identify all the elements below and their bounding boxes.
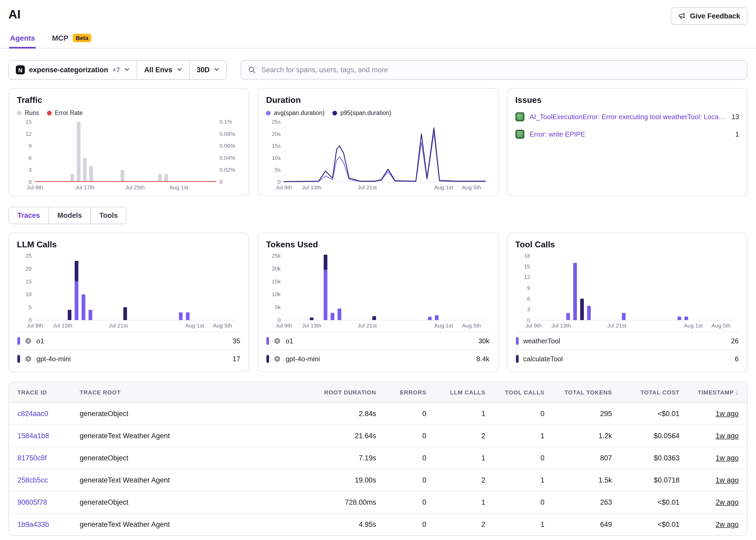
series-color-chip [267,337,269,345]
series-total-value: 26 [731,337,739,345]
tool-calls-cell: 1 [494,469,553,491]
issue-link[interactable]: Error: write EPIPE [529,130,730,138]
trace-id-link[interactable]: 81750c8f [17,454,47,462]
errors-cell: 0 [384,513,435,535]
total-cost-cell: <$0.01 [620,403,688,425]
openai-icon [274,355,281,362]
root-duration-cell: 21.64s [305,425,384,447]
project-filter-dropdown[interactable]: N expense-categorization +7 [9,61,137,79]
total-cost-cell: $0.0564 [620,425,688,447]
subtab-models[interactable]: Models [49,207,90,223]
trace-id-cell: 81750c8f [9,447,71,469]
filter-bar: N expense-categorization +7 All Envs 30D [0,60,756,79]
column-total-cost[interactable]: Total Cost [620,382,688,403]
trace-id-link[interactable]: 1b9a433b [17,520,49,528]
trace-root-cell: generateText Weather Agent [71,513,305,535]
root-duration-cell: 4.95s [305,513,384,535]
subtab-tools[interactable]: Tools [90,207,126,223]
svg-text:Jul 13th: Jul 13th [551,323,571,329]
column-tool-calls[interactable]: Tool Calls [494,382,553,403]
timestamp-link[interactable]: 1w ago [716,410,739,418]
svg-text:25s: 25s [272,119,281,125]
search-input[interactable] [261,66,740,74]
column-trace-id[interactable]: Trace ID [9,382,71,403]
error-rate-legend-dot [47,110,52,115]
column-timestamp[interactable]: Timestamp↓ [688,382,747,403]
column-errors[interactable]: Errors [384,382,435,403]
avg-duration-legend-label: avg(span.duration) [274,110,325,116]
svg-text:Aug 1st: Aug 1st [684,323,702,329]
svg-text:0: 0 [527,317,530,323]
svg-text:Aug 1st: Aug 1st [169,184,188,191]
total-tokens-cell: 807 [553,447,620,469]
search-bar[interactable] [241,60,748,79]
tab-agents[interactable]: Agents [9,29,36,48]
svg-text:15k: 15k [272,278,281,285]
timestamp-link[interactable]: 1w ago [716,432,739,440]
trace-id-link[interactable]: c824aac0 [17,410,48,418]
tokens-used-panel: Tokens Used 05k10k15k20k25kJul 9thJul 13… [258,232,499,372]
svg-text:6: 6 [527,296,530,302]
issue-event-count: 13 [731,113,739,121]
errors-cell: 0 [384,491,435,513]
trace-id-link[interactable]: 90605f78 [17,498,47,506]
column-trace-root[interactable]: Trace Root [71,382,305,403]
svg-text:Jul 21st: Jul 21st [358,323,377,329]
series-color-chip [267,355,269,363]
filter-button-group: N expense-categorization +7 All Envs 30D [8,60,227,79]
timestamp-link[interactable]: 1w ago [716,454,739,462]
trace-id-link[interactable]: 258cb5cc [17,476,48,484]
legend-row: calculateTool6 [515,349,739,367]
issue-link[interactable]: AI_ToolExecutionError: Error executing t… [529,113,726,121]
trace-id-link[interactable]: 1584a1b8 [17,432,49,440]
date-range-dropdown[interactable]: 30D [189,61,227,79]
svg-text:15: 15 [26,119,32,125]
root-duration-cell: 728.00ms [305,491,384,513]
trace-root-cell: generateObject [71,491,305,513]
timestamp-link[interactable]: 1w ago [716,476,739,484]
svg-text:15: 15 [26,278,32,285]
llm-calls-cell: 2 [435,425,494,447]
trace-row: c824aac0generateObject2.84s010295<$0.011… [9,403,747,425]
environment-filter-dropdown[interactable]: All Envs [137,61,189,79]
svg-text:Jul 21st: Jul 21st [607,323,626,329]
svg-text:Jul 9th: Jul 9th [276,323,292,329]
traces-table-card: Trace ID Trace Root Root Duration Errors… [8,382,748,536]
traffic-panel-title: Traffic [17,95,241,105]
column-llm-calls[interactable]: LLM Calls [435,382,494,403]
series-total-value: 30k [478,337,489,345]
column-root-duration[interactable]: Root Duration [305,382,384,403]
overview-panels: Traffic Runs Error Rate 0369121500.02%0.… [0,88,756,196]
series-label: o1 [36,337,228,345]
legend-row: weatherTool26 [515,332,739,349]
svg-text:12: 12 [524,274,530,280]
svg-text:15s: 15s [272,143,281,149]
svg-text:Jul 13th: Jul 13th [53,323,73,329]
openai-icon [25,338,32,344]
trace-row: 81750c8fgenerateObject7.19s010807$0.0363… [9,447,747,469]
svg-text:25k: 25k [272,253,281,259]
svg-text:5k: 5k [275,304,281,310]
svg-text:Jul 13th: Jul 13th [302,323,322,329]
date-range-label: 30D [197,66,210,74]
subtab-traces[interactable]: Traces [9,207,49,223]
total-cost-cell: $0.0718 [620,469,688,491]
column-total-tokens[interactable]: Total Tokens [553,382,620,403]
svg-text:Aug 5th: Aug 5th [213,323,232,329]
root-duration-cell: 7.19s [305,447,384,469]
timestamp-link[interactable]: 2w ago [716,498,739,506]
primary-tabs: Agents MCP Beta [0,29,756,49]
app-root: AI Give Feedback Agents MCP Beta N expen… [0,0,756,540]
timestamp-link[interactable]: 2w ago [716,520,739,528]
give-feedback-button[interactable]: Give Feedback [670,7,748,25]
tokens-used-title: Tokens Used [266,240,490,249]
svg-text:20: 20 [26,266,32,272]
duration-panel-title: Duration [266,95,490,105]
tab-agents-label: Agents [10,34,35,42]
series-total-value: 17 [233,355,240,363]
svg-text:Aug 5th: Aug 5th [462,184,481,191]
tool-calls-cell: 1 [494,425,553,447]
svg-text:Aug 1st: Aug 1st [434,323,453,329]
svg-text:Jul 9th: Jul 9th [525,323,541,329]
tab-mcp[interactable]: MCP Beta [51,29,92,48]
